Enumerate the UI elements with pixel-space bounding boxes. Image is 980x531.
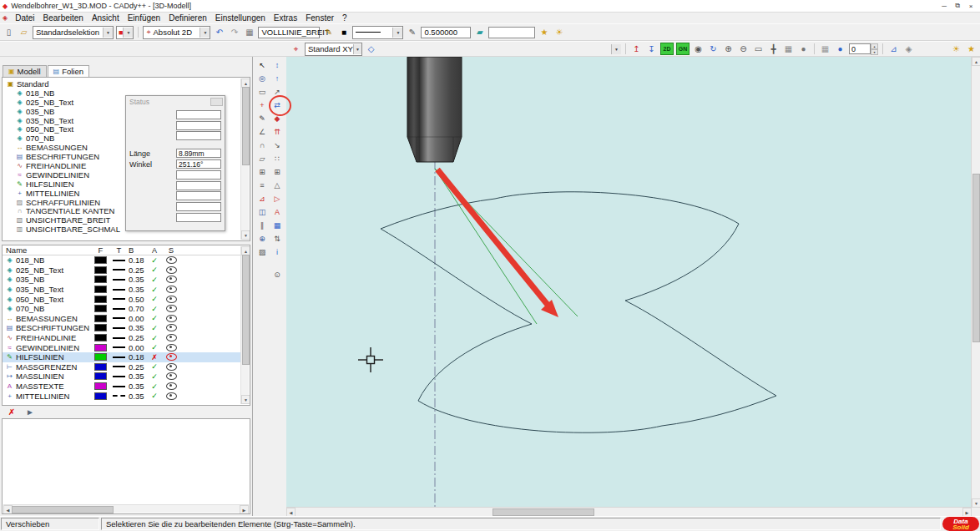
scroll-down-icon[interactable]: ▼ [972, 498, 980, 508]
visibility-eye-icon[interactable] [166, 392, 177, 400]
color-swatch[interactable] [94, 324, 107, 331]
status-field-value[interactable] [176, 170, 221, 180]
close-button[interactable]: × [964, 1, 977, 11]
color-swatch[interactable] [94, 334, 107, 341]
polygon-tool-icon[interactable]: ▱ [255, 152, 270, 165]
active-flag[interactable]: ✓ [146, 362, 163, 371]
spinner-up-icon[interactable]: ▴ [871, 43, 878, 49]
color-swatch[interactable] [94, 296, 107, 303]
status-field-value[interactable] [176, 202, 221, 211]
linetype-sample[interactable] [113, 260, 125, 261]
color-swatch[interactable] [94, 372, 107, 380]
spinner-down-icon[interactable]: ▾ [871, 49, 878, 55]
visibility-eye-icon[interactable] [166, 266, 177, 274]
table-row[interactable]: ✎ HILFSLINIEN 0.18 ✗ [3, 352, 250, 362]
scrollbar-thumb[interactable] [972, 174, 980, 342]
notes-scrollbar[interactable]: ◀ ▶ [3, 504, 249, 513]
visibility-eye-icon[interactable] [166, 363, 177, 371]
select-tool-icon[interactable]: ↖ [255, 58, 270, 72]
table-row[interactable]: ∿ FREIHANDLINIE 0.25 ✓ [3, 333, 250, 343]
active-flag[interactable]: ✓ [146, 324, 163, 332]
flag-icon[interactable]: ► [24, 407, 36, 417]
info-icon[interactable]: i [270, 245, 285, 259]
new-file-icon[interactable]: ▯ [3, 27, 15, 38]
rotate-center-icon[interactable]: ⊙ [270, 268, 285, 281]
linetype-sample[interactable] [113, 317, 125, 319]
undo-icon[interactable]: ↶ [213, 27, 225, 38]
empty-field[interactable] [488, 27, 535, 38]
active-flag[interactable]: ✓ [146, 343, 163, 351]
tree-scrollbar[interactable]: ▲ ▼ [240, 78, 249, 240]
status-field-value[interactable] [176, 110, 221, 119]
diamond-icon[interactable]: ◆ [270, 112, 285, 125]
status-panel-button[interactable] [210, 98, 223, 106]
construction-line-2[interactable] [435, 169, 537, 324]
blue-grid-icon[interactable]: ▦ [270, 219, 285, 232]
active-flag[interactable]: ✗ [146, 353, 163, 362]
lines-tool-icon[interactable]: ≡ [255, 179, 270, 192]
linetype-sample[interactable] [113, 279, 125, 281]
scroll-right-icon[interactable]: ▶ [240, 505, 249, 514]
mirror-tool-icon[interactable]: ◫ [255, 205, 270, 219]
active-flag[interactable]: ✓ [146, 314, 163, 322]
linetype-sample[interactable] [113, 289, 125, 291]
move-down-icon[interactable]: ↧ [645, 43, 658, 55]
tab-folien[interactable]: ▤ Folien [48, 65, 89, 77]
arrows-up-icon[interactable]: ⇈ [270, 125, 285, 139]
chevron-down-icon[interactable]: ▼ [392, 28, 402, 38]
visibility-eye-icon[interactable] [166, 382, 177, 390]
visibility-eye-icon[interactable] [166, 305, 177, 312]
menu-item[interactable]: Einfügen [124, 13, 164, 23]
tree-item-standard[interactable]: ▣ Standard [3, 79, 250, 88]
color-swatch[interactable] [94, 344, 107, 351]
checker-icon[interactable]: ▦ [819, 43, 831, 55]
active-flag[interactable]: ✓ [146, 276, 163, 284]
status-field-value[interactable] [176, 121, 221, 130]
linetype-sample[interactable] [113, 298, 125, 300]
redo-icon[interactable]: ↷ [228, 27, 240, 38]
restore-button[interactable]: ⧉ [951, 1, 964, 11]
status-field-value[interactable]: 251.16° [176, 159, 221, 169]
table-row[interactable]: ▤ BESCHRIFTUNGEN 0.35 ✓ [3, 323, 250, 333]
snap-icon[interactable]: ◇ [365, 43, 377, 55]
zoom-in-icon[interactable]: ⊕ [722, 43, 735, 55]
active-color-button[interactable]: ■ ▼ [116, 26, 134, 39]
status-field-value[interactable] [176, 191, 221, 200]
color-swatch[interactable] [94, 256, 107, 264]
region-tool-icon[interactable]: ▭ [255, 85, 270, 99]
table-scrollbar[interactable]: ▲ ▼ [240, 246, 249, 404]
visibility-eye-icon[interactable] [166, 315, 177, 322]
table-row[interactable]: ⊢ MASSGRENZEN 0.25 ✓ [3, 362, 250, 372]
color-swatch-black[interactable]: ■ [337, 27, 350, 38]
clear-selection-icon[interactable]: ✗ [6, 407, 18, 417]
tab-modell[interactable]: ▣ Modell [3, 65, 47, 77]
angle-tool-icon[interactable]: ∠ [255, 125, 270, 139]
visibility-eye-icon[interactable] [166, 256, 177, 264]
table-row[interactable]: ◈ 070_NB 0.70 ✓ [3, 304, 250, 314]
lamp-icon[interactable]: ☀ [950, 43, 962, 55]
text-tool-icon[interactable]: A [270, 205, 285, 219]
ucs-icon[interactable]: ◈ [902, 43, 915, 55]
zoom-window-icon[interactable]: ▭ [752, 43, 765, 55]
zoom-tool-icon[interactable]: ◎ [255, 72, 270, 85]
diagonal-arrow-icon[interactable]: ↘ [270, 139, 285, 152]
active-flag[interactable]: ✓ [146, 266, 163, 274]
play-icon[interactable]: ▷ [270, 192, 285, 205]
line-width-field[interactable]: 0.500000 [421, 27, 471, 38]
active-flag[interactable]: ✓ [146, 392, 163, 400]
parallel-tool-icon[interactable]: ∥ [255, 219, 270, 232]
table-row[interactable]: ↦ MASSLINIEN 0.35 ✓ [3, 372, 250, 382]
linetype-sample[interactable] [113, 269, 125, 271]
move-up-icon[interactable]: ↥ [630, 43, 643, 55]
linetype-sample[interactable] [113, 337, 125, 339]
active-flag[interactable]: ✓ [146, 286, 163, 294]
status-field-value[interactable] [176, 181, 221, 190]
hatch-tool-icon[interactable]: ▨ [255, 245, 270, 259]
scroll-left-icon[interactable]: ◀ [286, 508, 296, 516]
status-field-value[interactable] [176, 131, 221, 140]
canvas-vscrollbar[interactable]: ▲ ▼ [971, 57, 980, 508]
table-row[interactable]: ≈ GEWINDELINIEN 0.00 ✓ [3, 342, 250, 352]
chevron-down-icon[interactable]: ▼ [123, 28, 133, 38]
chevron-down-icon[interactable]: ▼ [353, 44, 361, 54]
table-row[interactable]: + MITTELLINIEN 0.35 ✓ [3, 391, 250, 401]
